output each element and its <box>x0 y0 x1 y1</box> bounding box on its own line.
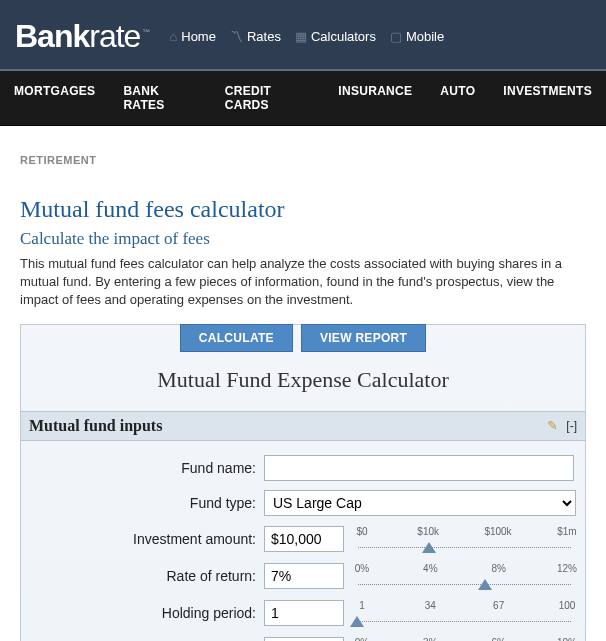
holding-period-input[interactable] <box>264 600 344 626</box>
tick: 6% <box>489 637 509 641</box>
tick: 1 <box>352 600 372 611</box>
rate-of-return-input[interactable] <box>264 563 344 589</box>
nav-calculators[interactable]: ▦Calculators <box>295 29 376 44</box>
rate-of-return-slider[interactable]: 0% 4% 8% 12% <box>352 563 577 589</box>
logo[interactable]: Bankrate™ <box>15 18 149 55</box>
calc-buttons: CALCULATE VIEW REPORT <box>21 324 585 352</box>
tick: 8% <box>489 563 509 574</box>
holding-period-label: Holding period: <box>29 605 264 621</box>
calculator-icon: ▦ <box>295 29 307 44</box>
slider-marker-icon[interactable] <box>478 579 492 590</box>
tick: $10k <box>417 526 439 537</box>
tick: 10% <box>557 637 577 641</box>
inputs-header: Mutual fund inputs ✎ [-] <box>21 411 585 441</box>
slider-track <box>358 584 571 585</box>
fund-name-label: Fund name: <box>29 460 264 476</box>
nav-auto[interactable]: AUTO <box>426 71 489 125</box>
logo-main: Bank <box>15 18 89 54</box>
rate-of-return-label: Rate of return: <box>29 568 264 584</box>
slider-ticks: 1 34 67 100 <box>352 600 577 611</box>
site-header: Bankrate™ ⌂Home 〽Rates ▦Calculators ▢Mob… <box>0 0 606 69</box>
slider-track <box>358 547 571 548</box>
tick: 100 <box>557 600 577 611</box>
tick: 0% <box>352 563 372 574</box>
collapse-toggle[interactable]: [-] <box>566 419 577 433</box>
inputs-header-title: Mutual fund inputs <box>29 417 162 435</box>
tick: 3% <box>420 637 440 641</box>
calculate-button[interactable]: CALCULATE <box>180 324 293 352</box>
fund-type-label: Fund type: <box>29 495 264 511</box>
content: RETIREMENT Mutual fund fees calculator C… <box>0 126 606 641</box>
nav-home-label: Home <box>181 29 216 44</box>
slider-ticks: 0% 3% 6% 10% <box>352 637 577 641</box>
slider-ticks: 0% 4% 8% 12% <box>352 563 577 574</box>
row-sales-charge: Sales charge: 0% 3% 6% 10% <box>29 636 577 641</box>
nav-bank-rates[interactable]: BANK RATES <box>109 71 210 125</box>
nav-rates-label: Rates <box>247 29 281 44</box>
row-holding-period: Holding period: 1 34 67 100 <box>29 599 577 627</box>
form-grid: Fund name: Fund type: US Large Cap Inves… <box>21 441 585 641</box>
tick: 4% <box>420 563 440 574</box>
description: This mutual fund fees calculator can hel… <box>20 255 586 310</box>
tick: $0 <box>352 526 372 537</box>
nav-investments[interactable]: INVESTMENTS <box>489 71 606 125</box>
tick: 0% <box>352 637 372 641</box>
slider-marker-icon[interactable] <box>350 616 364 627</box>
slider-ticks: $0 $10k $100k $1m <box>352 526 577 537</box>
row-fund-name: Fund name: <box>29 455 577 481</box>
row-investment-amount: Investment amount: $0 $10k $100k $1m <box>29 525 577 553</box>
home-icon: ⌂ <box>169 29 177 44</box>
nav-mobile-label: Mobile <box>406 29 444 44</box>
calculator-panel: CALCULATE VIEW REPORT Mutual Fund Expens… <box>20 324 586 641</box>
slider-track <box>358 621 571 622</box>
nav-home[interactable]: ⌂Home <box>169 29 216 44</box>
tick: $1m <box>557 526 577 537</box>
logo-tm: ™ <box>142 28 149 37</box>
chart-icon: 〽 <box>230 29 243 44</box>
tick: 34 <box>420 600 440 611</box>
slider-marker-icon[interactable] <box>422 542 436 553</box>
mobile-icon: ▢ <box>390 29 402 44</box>
nav-credit-cards[interactable]: CREDIT CARDS <box>211 71 325 125</box>
tick: 12% <box>557 563 577 574</box>
nav-mobile[interactable]: ▢Mobile <box>390 29 444 44</box>
category-label: RETIREMENT <box>20 154 586 166</box>
inputs-header-tools: ✎ [-] <box>547 418 577 433</box>
fund-name-input[interactable] <box>264 455 574 481</box>
sales-charge-input[interactable] <box>264 637 344 641</box>
sales-charge-slider[interactable]: 0% 3% 6% 10% <box>352 637 577 641</box>
tick: $100k <box>484 526 511 537</box>
top-nav: ⌂Home 〽Rates ▦Calculators ▢Mobile <box>169 29 444 44</box>
investment-amount-input[interactable] <box>264 526 344 552</box>
investment-amount-slider[interactable]: $0 $10k $100k $1m <box>352 526 577 552</box>
row-fund-type: Fund type: US Large Cap <box>29 490 577 516</box>
tick: 67 <box>489 600 509 611</box>
main-nav: MORTGAGES BANK RATES CREDIT CARDS INSURA… <box>0 69 606 126</box>
investment-amount-label: Investment amount: <box>29 531 264 547</box>
nav-calculators-label: Calculators <box>311 29 376 44</box>
page-title: Mutual fund fees calculator <box>20 196 586 223</box>
pencil-icon[interactable]: ✎ <box>547 418 558 433</box>
nav-mortgages[interactable]: MORTGAGES <box>0 71 109 125</box>
fund-type-select[interactable]: US Large Cap <box>264 490 576 516</box>
holding-period-slider[interactable]: 1 34 67 100 <box>352 600 577 626</box>
nav-rates[interactable]: 〽Rates <box>230 29 281 44</box>
view-report-button[interactable]: VIEW REPORT <box>301 324 426 352</box>
subtitle: Calculate the impact of fees <box>20 229 586 249</box>
row-rate-of-return: Rate of return: 0% 4% 8% 12% <box>29 562 577 590</box>
logo-accent: rate <box>89 18 140 54</box>
calculator-title: Mutual Fund Expense Calculator <box>21 367 585 393</box>
nav-insurance[interactable]: INSURANCE <box>324 71 426 125</box>
